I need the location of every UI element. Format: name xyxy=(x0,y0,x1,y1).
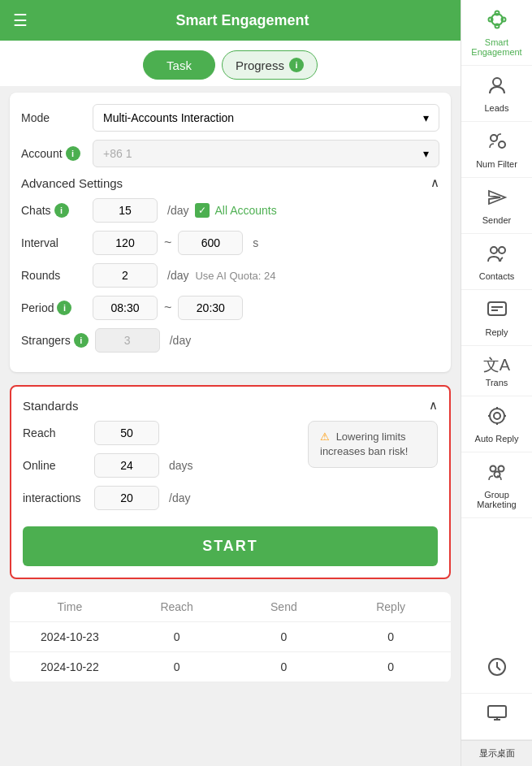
sidebar-label-sender: Sender xyxy=(482,215,511,225)
tab-task[interactable]: Task xyxy=(143,50,215,80)
sidebar-label-reply: Reply xyxy=(485,327,508,337)
mode-select[interactable]: Multi-Accounts Interaction ▾ xyxy=(93,104,439,132)
trans-icon: 文A xyxy=(483,354,510,376)
strangers-row: Strangers i /day xyxy=(21,328,439,353)
interactions-label: interactions xyxy=(23,491,88,504)
interactions-row: interactions /day xyxy=(23,486,288,510)
period-row: Period i ~ xyxy=(21,296,439,320)
menu-icon[interactable]: ☰ xyxy=(13,11,28,30)
online-label: Online xyxy=(23,459,88,472)
sidebar-label-contacts: Contacts xyxy=(479,271,514,281)
svg-rect-17 xyxy=(488,706,506,717)
period-start-input[interactable] xyxy=(93,296,158,320)
period-end-input[interactable] xyxy=(178,296,243,320)
warning-box: ⚠ Lowering limits increases ban risk! xyxy=(308,421,438,468)
sidebar-item-trans[interactable]: 文A Trans xyxy=(461,346,532,396)
reach-row: Reach xyxy=(23,421,288,445)
mode-label: Mode xyxy=(21,111,86,124)
chats-input[interactable] xyxy=(93,198,158,223)
interval-min-input[interactable] xyxy=(93,231,158,255)
interval-max-input[interactable] xyxy=(178,231,243,255)
sidebar-item-auto-reply[interactable]: Auto Reply xyxy=(461,396,532,452)
sidebar-label-leads: Leads xyxy=(485,103,509,113)
tabs-container: Task Progress i xyxy=(0,41,461,86)
header-title: Smart Engagement xyxy=(37,12,448,29)
strangers-info-icon: i xyxy=(74,333,89,348)
table-header: Time Reach Send Reply xyxy=(10,592,451,622)
chats-unit: /day xyxy=(167,204,188,217)
form-area: Mode Multi-Accounts Interaction ▾ Accoun… xyxy=(10,93,451,372)
interactions-input[interactable] xyxy=(94,486,159,510)
account-select[interactable]: +86 1 ▾ xyxy=(93,140,439,167)
sidebar: SmartEngagement Leads Num Filter xyxy=(461,0,532,766)
sidebar-label-auto-reply: Auto Reply xyxy=(475,434,519,444)
rounds-unit: /day xyxy=(167,269,188,282)
svg-point-9 xyxy=(499,247,505,253)
online-input[interactable] xyxy=(94,453,159,478)
strangers-input[interactable] xyxy=(95,328,160,353)
group-marketing-icon xyxy=(486,461,508,488)
interval-label: Interval xyxy=(21,236,86,249)
rounds-input[interactable] xyxy=(93,263,158,288)
sidebar-item-group-marketing[interactable]: GroupMarketing xyxy=(461,452,532,518)
col-send: Send xyxy=(231,600,338,613)
table-row: 2024-10-23 0 0 0 xyxy=(10,622,451,652)
standards-section: Standards ∧ Reach Online days interactio… xyxy=(10,385,451,579)
standards-collapse-icon[interactable]: ∧ xyxy=(429,398,438,413)
progress-info-icon: i xyxy=(289,58,304,72)
interval-row: Interval ~ s xyxy=(21,231,439,255)
ai-quota-label: Use AI Quota: 24 xyxy=(195,270,275,282)
svg-point-13 xyxy=(490,466,495,472)
sidebar-item-clock[interactable] xyxy=(461,647,532,694)
svg-point-11 xyxy=(490,409,504,423)
smart-engagement-icon xyxy=(486,8,508,36)
sidebar-item-smart-engagement[interactable]: SmartEngagement xyxy=(461,0,532,66)
svg-point-6 xyxy=(491,135,497,141)
svg-point-5 xyxy=(493,78,501,86)
tab-progress[interactable]: Progress i xyxy=(222,50,318,80)
period-label: Period i xyxy=(21,301,86,315)
reach-input[interactable] xyxy=(94,421,159,445)
sidebar-label-smart-engagement: SmartEngagement xyxy=(471,37,521,57)
col-reach: Reach xyxy=(123,600,231,613)
start-button[interactable]: START xyxy=(23,526,438,566)
mode-row: Mode Multi-Accounts Interaction ▾ xyxy=(21,104,439,132)
svg-rect-10 xyxy=(488,302,506,315)
standards-header: Standards ∧ xyxy=(23,398,438,413)
sidebar-item-reply[interactable]: Reply xyxy=(461,290,532,346)
col-reply: Reply xyxy=(337,600,444,613)
chevron-down-icon-account: ▾ xyxy=(423,147,429,160)
auto-reply-icon xyxy=(486,405,508,432)
rounds-label: Rounds xyxy=(21,269,86,282)
sidebar-item-contacts[interactable]: Contacts xyxy=(461,234,532,290)
sidebar-item-leads[interactable]: Leads xyxy=(461,66,532,122)
sidebar-item-num-filter[interactable]: Num Filter xyxy=(461,122,532,178)
table-row: 2024-10-22 0 0 0 xyxy=(10,652,451,682)
collapse-icon[interactable]: ∧ xyxy=(430,175,439,190)
leads-icon xyxy=(486,74,508,102)
sidebar-label-group-marketing: GroupMarketing xyxy=(477,490,516,509)
account-info-icon: i xyxy=(66,146,80,161)
num-filter-icon xyxy=(486,130,508,158)
rounds-row: Rounds /day Use AI Quota: 24 xyxy=(21,263,439,288)
warning-text: Lowering limits increases ban risk! xyxy=(320,431,408,457)
sidebar-item-display[interactable] xyxy=(461,694,532,740)
sidebar-item-sender[interactable]: Sender xyxy=(461,178,532,234)
clock-icon xyxy=(486,656,508,683)
strangers-unit: /day xyxy=(170,334,191,347)
chevron-down-icon: ▾ xyxy=(423,111,429,124)
display-desktop-button[interactable]: 显示桌面 xyxy=(461,740,532,766)
all-accounts-toggle[interactable]: ✓ All Accounts xyxy=(195,203,276,218)
reach-label: Reach xyxy=(23,426,88,439)
sidebar-label-num-filter: Num Filter xyxy=(476,159,517,169)
reply-icon xyxy=(486,298,508,326)
svg-point-8 xyxy=(491,247,497,253)
account-row: Account i +86 1 ▾ xyxy=(21,140,439,167)
interactions-unit: /day xyxy=(169,491,190,504)
chats-label: Chats i xyxy=(21,203,86,218)
sidebar-label-trans: Trans xyxy=(486,378,508,387)
svg-point-12 xyxy=(494,413,500,419)
col-time: Time xyxy=(16,600,123,613)
warning-icon: ⚠ xyxy=(320,431,330,443)
online-row: Online days xyxy=(23,453,288,478)
